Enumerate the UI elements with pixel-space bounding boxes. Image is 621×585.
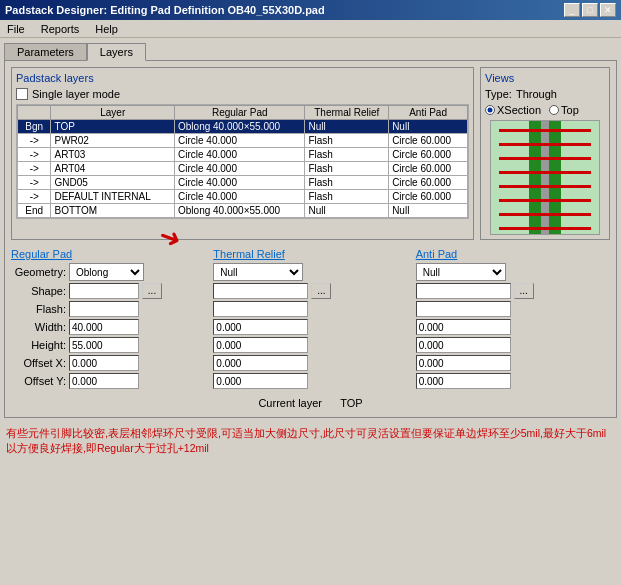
table-row[interactable]: -> GND05 Circle 40.000 Flash Circle 60.0… <box>18 176 468 190</box>
current-layer-value: TOP <box>340 397 362 409</box>
cell-regpad: Circle 40.000 <box>175 190 305 204</box>
offset-y-input[interactable] <box>69 373 139 389</box>
geometry-select[interactable]: Oblong <box>69 263 144 281</box>
antipad-offset-y-row <box>416 373 610 389</box>
layers-table-container[interactable]: Layer Regular Pad Thermal Relief Anti Pa… <box>16 104 469 219</box>
cell-thermal: Null <box>305 120 389 134</box>
cell-bgnend: -> <box>18 162 51 176</box>
offset-x-input[interactable] <box>69 355 139 371</box>
col-header-antipad: Anti Pad <box>389 106 468 120</box>
radio-xsection-circle[interactable] <box>485 105 495 115</box>
type-value: Through <box>516 88 557 100</box>
thermal-offset-y-input[interactable] <box>213 373 308 389</box>
cell-bgnend: End <box>18 204 51 218</box>
thermal-height-input[interactable] <box>213 337 308 353</box>
cell-regpad: Circle 40.000 <box>175 176 305 190</box>
antipad-shape-input[interactable] <box>416 283 511 299</box>
height-row: Height: <box>11 337 205 353</box>
close-button[interactable]: ✕ <box>600 3 616 17</box>
views-panel: Views Type: Through XSection Top <box>480 67 610 240</box>
col-header-thermal: Thermal Relief <box>305 106 389 120</box>
antipad-geometry-select[interactable]: Null <box>416 263 506 281</box>
flash-input[interactable] <box>69 301 139 317</box>
thermal-width-input[interactable] <box>213 319 308 335</box>
shape-input[interactable] <box>69 283 139 299</box>
geometry-row: Geometry: Oblong <box>11 263 205 281</box>
cell-layer: TOP <box>51 120 175 134</box>
flash-row: Flash: <box>11 301 205 317</box>
type-label: Type: <box>485 88 512 100</box>
antipad-offset-y-input[interactable] <box>416 373 511 389</box>
thermal-geometry-select[interactable]: Null <box>213 263 303 281</box>
shape-label: Shape: <box>11 285 66 297</box>
antipad-height-input[interactable] <box>416 337 511 353</box>
cell-antipad: Null <box>389 120 468 134</box>
cell-antipad: Circle 60.000 <box>389 134 468 148</box>
cell-thermal: Flash <box>305 134 389 148</box>
geometry-label: Geometry: <box>11 266 66 278</box>
height-input[interactable] <box>69 337 139 353</box>
single-layer-label: Single layer mode <box>32 88 120 100</box>
table-row[interactable]: -> DEFAULT INTERNAL Circle 40.000 Flash … <box>18 190 468 204</box>
antipad-width-input[interactable] <box>416 319 511 335</box>
width-input[interactable] <box>69 319 139 335</box>
cell-regpad: Circle 40.000 <box>175 162 305 176</box>
regular-pad-section: Regular Pad Geometry: Oblong Shape: ... … <box>11 248 205 391</box>
cell-antipad: Circle 60.000 <box>389 176 468 190</box>
menu-help[interactable]: Help <box>92 22 121 36</box>
offset-x-row: Offset X: <box>11 355 205 371</box>
shape-row: Shape: ... <box>11 283 205 299</box>
title-bar-buttons: _ □ ✕ <box>564 3 616 17</box>
offset-y-row: Offset Y: <box>11 373 205 389</box>
radio-top[interactable]: Top <box>549 104 579 116</box>
antipad-shape-browse-button[interactable]: ... <box>514 283 534 299</box>
thermal-geometry-row: Null <box>213 263 407 281</box>
radio-top-label: Top <box>561 104 579 116</box>
table-row[interactable]: -> ART04 Circle 40.000 Flash Circle 60.0… <box>18 162 468 176</box>
table-row[interactable]: -> ART03 Circle 40.000 Flash Circle 60.0… <box>18 148 468 162</box>
cell-thermal: Flash <box>305 190 389 204</box>
antipad-flash-input[interactable] <box>416 301 511 317</box>
width-row: Width: <box>11 319 205 335</box>
table-row[interactable]: Bgn TOP Oblong 40.000×55.000 Null Null <box>18 120 468 134</box>
tab-layers[interactable]: Layers <box>87 43 146 61</box>
height-label: Height: <box>11 339 66 351</box>
thermal-relief-section: Thermal Relief Null ... <box>213 248 407 391</box>
thermal-shape-input[interactable] <box>213 283 308 299</box>
cell-layer: ART03 <box>51 148 175 162</box>
table-row[interactable]: -> PWR02 Circle 40.000 Flash Circle 60.0… <box>18 134 468 148</box>
antipad-offset-x-row <box>416 355 610 371</box>
cell-antipad: Circle 60.000 <box>389 162 468 176</box>
cell-bgnend: Bgn <box>18 120 51 134</box>
antipad-width-row <box>416 319 610 335</box>
radio-top-circle[interactable] <box>549 105 559 115</box>
two-col-layout: Padstack layers Single layer mode Layer … <box>11 67 610 240</box>
menu-reports[interactable]: Reports <box>38 22 83 36</box>
cell-regpad: Circle 40.000 <box>175 134 305 148</box>
thermal-height-row <box>213 337 407 353</box>
cell-bgnend: -> <box>18 148 51 162</box>
layers-table: Layer Regular Pad Thermal Relief Anti Pa… <box>17 105 468 218</box>
radio-xsection[interactable]: XSection <box>485 104 541 116</box>
antipad-offset-x-input[interactable] <box>416 355 511 371</box>
table-row[interactable]: End BOTTOM Oblong 40.000×55.000 Null Nul… <box>18 204 468 218</box>
single-layer-checkbox[interactable] <box>16 88 28 100</box>
maximize-button[interactable]: □ <box>582 3 598 17</box>
shape-browse-button[interactable]: ... <box>142 283 162 299</box>
padstack-layers-title: Padstack layers <box>16 72 469 84</box>
thermal-offset-x-input[interactable] <box>213 355 308 371</box>
cell-bgnend: -> <box>18 134 51 148</box>
offset-x-label: Offset X: <box>11 357 66 369</box>
radio-xsection-label: XSection <box>497 104 541 116</box>
minimize-button[interactable]: _ <box>564 3 580 17</box>
views-title: Views <box>485 72 605 84</box>
thermal-shape-row: ... <box>213 283 407 299</box>
antipad-geometry-row: Null <box>416 263 610 281</box>
menu-file[interactable]: File <box>4 22 28 36</box>
thermal-flash-input[interactable] <box>213 301 308 317</box>
tab-parameters[interactable]: Parameters <box>4 43 87 61</box>
col-header-regpad: Regular Pad <box>175 106 305 120</box>
cell-thermal: Flash <box>305 162 389 176</box>
pad-visualization <box>490 120 600 235</box>
thermal-shape-browse-button[interactable]: ... <box>311 283 331 299</box>
